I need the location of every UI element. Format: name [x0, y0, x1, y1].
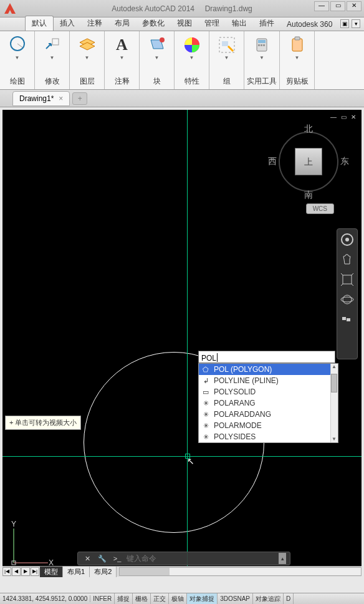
- drawing-canvas[interactable]: — ▭ ✕ 上 北 南 东 西 WCS ↖ + 单击可转为视频大小: [2, 110, 362, 577]
- autocomplete-item[interactable]: ↲POLYLINE (PLINE): [199, 375, 338, 386]
- svg-rect-6: [222, 41, 228, 46]
- status-button[interactable]: INFER: [90, 593, 115, 605]
- sysvar-icon: ✳: [201, 421, 210, 430]
- nav-bar: [337, 228, 358, 359]
- file-tab[interactable]: Drawing1* ×: [12, 91, 70, 106]
- utilities-icon: [252, 35, 272, 55]
- status-button[interactable]: 对象捕捉: [187, 593, 218, 605]
- color-wheel-icon: [182, 35, 202, 55]
- win-min-button[interactable]: —: [314, 1, 329, 11]
- ribbon-expand-icon[interactable]: ▣: [340, 19, 349, 28]
- autocomplete-item[interactable]: ▭POLYSOLID: [199, 386, 338, 397]
- layout-tab[interactable]: 布局2: [90, 567, 117, 577]
- sysvar-icon: ✳: [201, 410, 210, 419]
- panel-draw[interactable]: ▼ 绘图: [0, 31, 35, 89]
- panel-modify[interactable]: ▼ 修改: [35, 31, 70, 89]
- viewcube-top[interactable]: 上: [295, 148, 322, 175]
- status-button[interactable]: D: [284, 593, 294, 605]
- ribbon-tab[interactable]: 参数化: [136, 16, 171, 31]
- close-tab-icon[interactable]: ×: [59, 94, 63, 103]
- group-icon: [217, 35, 237, 55]
- panel-utilities[interactable]: ▼ 实用工具: [244, 31, 280, 89]
- viewport-maximize-icon[interactable]: ▭: [339, 114, 348, 122]
- status-button[interactable]: 极轴: [169, 593, 187, 605]
- status-button[interactable]: 正交: [151, 593, 169, 605]
- layout-nav-prev[interactable]: ◀: [12, 567, 21, 576]
- ribbon-tab[interactable]: 布局: [108, 16, 136, 31]
- ribbon-tab[interactable]: 注释: [81, 16, 108, 31]
- dynamic-input-text: POL: [201, 354, 216, 363]
- panel-clipboard[interactable]: ▼ 剪贴板: [280, 31, 315, 89]
- ribbon-tab[interactable]: 输出: [226, 16, 253, 31]
- status-button[interactable]: 对象追踪: [253, 593, 284, 605]
- polysolid-icon: ▭: [201, 387, 210, 396]
- command-line[interactable]: ✕ 🔧 >_ ▴: [77, 552, 290, 565]
- panel-label: 图层: [80, 76, 95, 87]
- status-button[interactable]: 3DOSNAP: [218, 593, 253, 605]
- new-tab-button[interactable]: +: [72, 92, 87, 105]
- wcs-badge[interactable]: WCS: [306, 203, 334, 214]
- win-max-button[interactable]: ▭: [330, 1, 345, 11]
- viewcube-east: 东: [340, 156, 349, 167]
- status-button[interactable]: 捕捉: [115, 593, 133, 605]
- horizontal-scrollbar[interactable]: [119, 567, 362, 576]
- viewcube-west: 西: [268, 156, 277, 167]
- layout-tab[interactable]: 布局1: [63, 567, 90, 577]
- ribbon-tab[interactable]: Autodesk 360: [280, 18, 338, 31]
- titlebar: Autodesk AutoCAD 2014 Drawing1.dwg — ▭ ✕: [0, 0, 364, 17]
- autocomplete-item[interactable]: ✳POLARMODE: [199, 420, 338, 431]
- pan-icon[interactable]: [340, 253, 354, 266]
- ribbon-minimize-icon[interactable]: ▾: [352, 19, 360, 28]
- orbit-icon[interactable]: [340, 293, 354, 306]
- layout-nav-first[interactable]: |◀: [2, 567, 11, 576]
- autocomplete-item[interactable]: ✳POLARANG: [199, 397, 338, 409]
- app-icon[interactable]: [2, 1, 17, 16]
- ribbon-tab[interactable]: 管理: [198, 16, 226, 31]
- panel-label: 特性: [184, 76, 199, 87]
- coords-display[interactable]: 1424.3381, 4254.9512, 0.0000: [0, 595, 90, 602]
- panel-layers[interactable]: ▼ 图层: [70, 31, 105, 89]
- panel-block[interactable]: ▼ 块: [140, 31, 175, 89]
- svg-rect-10: [261, 44, 262, 46]
- crosshair-vertical: [187, 110, 188, 577]
- dynamic-input[interactable]: POL: [198, 351, 335, 363]
- panel-label: 注释: [115, 76, 130, 87]
- status-button[interactable]: 栅格: [133, 593, 151, 605]
- viewport-minimize-icon[interactable]: —: [329, 114, 338, 122]
- svg-rect-9: [258, 44, 260, 46]
- viewcube[interactable]: 上 北 南 东 西: [274, 127, 343, 196]
- win-close-button[interactable]: ✕: [347, 1, 362, 11]
- viewport-close-icon[interactable]: ✕: [349, 114, 358, 122]
- cursor-arrow: ↖: [187, 456, 194, 466]
- autocomplete-item[interactable]: ⬠POL (POLYGON): [199, 364, 338, 375]
- ribbon-tab[interactable]: 插入: [54, 16, 81, 31]
- ribbon-tab[interactable]: 插件: [253, 16, 280, 31]
- svg-rect-8: [258, 40, 266, 43]
- autocomplete-scrollbar[interactable]: ▲▼: [330, 364, 338, 442]
- ribbon-tab[interactable]: 默认: [25, 16, 54, 31]
- svg-point-3: [160, 37, 165, 42]
- block-icon: [147, 35, 167, 55]
- zoom-extents-icon[interactable]: [340, 273, 354, 286]
- cmd-history-icon[interactable]: ▴: [279, 553, 286, 564]
- cmd-close-icon[interactable]: ✕: [82, 553, 93, 564]
- steering-wheel-icon[interactable]: [340, 233, 354, 246]
- autocomplete-item[interactable]: ✳POLYSIDES: [199, 431, 338, 442]
- showmotion-icon[interactable]: [340, 313, 354, 326]
- panel-group[interactable]: ▼ 组: [209, 31, 244, 89]
- panel-annotate[interactable]: A ▼ 注释: [105, 31, 140, 89]
- app-title: Autodesk AutoCAD 2014: [112, 4, 194, 13]
- ribbon-tab[interactable]: 视图: [171, 16, 198, 31]
- sysvar-icon: ✳: [201, 399, 210, 407]
- layout-nav-next[interactable]: ▶: [21, 567, 30, 576]
- sysvar-icon: ✳: [201, 432, 210, 441]
- cmd-customize-icon[interactable]: 🔧: [97, 553, 108, 564]
- layout-tab-model[interactable]: 模型: [40, 567, 63, 577]
- panel-label: 实用工具: [247, 76, 277, 87]
- command-input[interactable]: [127, 554, 275, 563]
- svg-rect-13: [295, 37, 300, 40]
- panel-properties[interactable]: ▼ 特性: [175, 31, 209, 89]
- autocomplete-item[interactable]: ✳POLARADDANG: [199, 409, 338, 420]
- layout-nav-last[interactable]: ▶|: [31, 567, 39, 576]
- cmd-prompt-icon: >_: [112, 553, 123, 564]
